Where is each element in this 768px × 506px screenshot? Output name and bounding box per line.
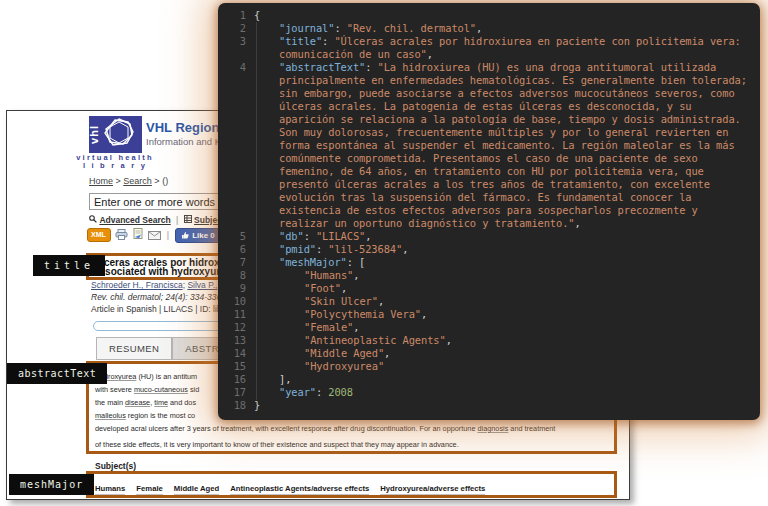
subject-link[interactable]: Female — [136, 484, 163, 495]
vhl-logo[interactable]: vhl — [89, 116, 142, 153]
subject-grid-icon — [184, 215, 192, 225]
code-line: 3"title": "Úlceras acrales por hidroxiur… — [224, 35, 752, 61]
code-line: 4"abstractText": "La hidroxiurea (HU) es… — [224, 61, 752, 230]
breadcrumb-home-link[interactable]: Home — [89, 176, 113, 186]
line-number: 3 — [224, 35, 246, 48]
code-content: "Polycythemia Vera", — [254, 308, 752, 321]
facebook-like-button[interactable]: Like 0 — [175, 228, 221, 243]
line-number: 14 — [224, 347, 246, 360]
subject-link[interactable]: Humans — [95, 484, 125, 495]
like-count: Like 0 — [192, 231, 215, 240]
code-line: 10"Skin Ulcer", — [224, 295, 752, 308]
line-number: 16 — [224, 373, 246, 386]
line-number: 1 — [224, 9, 246, 22]
code-content: "Antineoplastic Agents", — [254, 334, 752, 347]
breadcrumb-separator: > — [116, 176, 121, 186]
tab-resumen[interactable]: RESUMEN — [96, 337, 172, 360]
export-document-icon[interactable] — [132, 226, 144, 244]
article-source: Rev. chil. dermatol; 24(4): 334-336 — [91, 292, 221, 302]
abstract-line: of these side effects, it is very import… — [95, 439, 608, 452]
code-line: 13"Antineoplastic Agents", — [224, 334, 752, 347]
code-content: "meshMajor": [ — [254, 256, 752, 269]
line-number: 5 — [224, 230, 246, 243]
code-line: 6"pmid": "lil-523684", — [224, 243, 752, 256]
code-line: 7"meshMajor": [ — [224, 256, 752, 269]
line-number: 2 — [224, 22, 246, 35]
inline-link[interactable]: disease — [125, 398, 150, 407]
code-content: "pmid": "lil-523684", — [254, 243, 752, 256]
code-content: "year": 2008 — [254, 386, 752, 399]
code-line: 9"Foot", — [224, 282, 752, 295]
json-code-editor[interactable]: 1{2"journal": "Rev. chil. dermatol",3"ti… — [218, 3, 760, 420]
vhl-logo-caption: virtual health l i b r a r y — [67, 154, 163, 170]
line-number: 9 — [224, 282, 246, 295]
article-meta: Article in Spanish | LILACS | ID: lil- — [91, 304, 222, 314]
line-number: 15 — [224, 360, 246, 373]
code-line: 1{ — [224, 9, 752, 22]
code-content: "journal": "Rev. chil. dermatol", — [254, 22, 752, 35]
line-number: 10 — [224, 295, 246, 308]
hexagon-scribble-icon — [101, 116, 137, 153]
code-content: "Humans", — [254, 269, 752, 282]
code-content: } — [254, 399, 752, 412]
code-content: "Female", — [254, 321, 752, 334]
subjects-heading: Subject(s) — [95, 461, 136, 471]
line-number: 13 — [224, 334, 246, 347]
line-number: 18 — [224, 399, 246, 412]
line-number: 4 — [224, 61, 246, 74]
code-content: "Foot", — [254, 282, 752, 295]
thumbs-up-icon — [181, 231, 189, 239]
code-content: "abstractText": "La hidroxiurea (HU) es … — [254, 61, 752, 230]
line-number: 17 — [224, 386, 246, 399]
code-line: 8"Humans", — [224, 269, 752, 282]
share-divider: | — [167, 230, 169, 240]
page-subtitle: Information and K — [146, 136, 221, 147]
code-content: "title": "Úlceras acrales por hidroxiure… — [254, 35, 752, 61]
code-content: "Middle Aged", — [254, 347, 752, 360]
vhl-logo-mark: vhl — [89, 124, 100, 145]
subject-link[interactable]: Middle Aged — [174, 484, 219, 495]
code-line: 12"Female", — [224, 321, 752, 334]
print-icon[interactable] — [115, 226, 128, 244]
code-line: 2"journal": "Rev. chil. dermatol", — [224, 22, 752, 35]
title-callout-label: title — [33, 255, 105, 276]
code-line: 5"db": "LILACS", — [224, 230, 752, 243]
email-envelope-icon[interactable] — [148, 226, 161, 244]
code-content: "Skin Ulcer", — [254, 295, 752, 308]
meshmajor-callout-label: meshMajor — [9, 474, 94, 495]
tools-divider: | — [176, 215, 178, 225]
inline-link[interactable]: Schroeder H., Francisca — [91, 280, 183, 290]
code-content: "Hydroxyurea" — [254, 360, 752, 373]
code-content: "db": "LILACS", — [254, 230, 752, 243]
code-line: 15"Hydroxyurea" — [224, 360, 752, 373]
xml-feed-button[interactable]: XML — [87, 228, 111, 242]
code-line: 11"Polycythemia Vera", — [224, 308, 752, 321]
breadcrumb-search-link[interactable]: Search — [123, 176, 152, 186]
screenshot-stage: vhl virtual health l i b r a r y VHL Reg… — [0, 0, 768, 506]
code-content: { — [254, 9, 752, 22]
subject-link[interactable]: Antineoplastic Agents/adverse effects — [230, 484, 369, 495]
line-number: 11 — [224, 308, 246, 321]
line-number: 6 — [224, 243, 246, 256]
subject-link[interactable]: Hydroxyurea/adverse effects — [380, 484, 485, 495]
code-line: 16], — [224, 373, 752, 386]
share-toolbar: XML | Like 0 — [87, 228, 236, 242]
inline-link[interactable]: Silva P., — [187, 280, 217, 290]
code-line: 17"year": 2008 — [224, 386, 752, 399]
breadcrumb-separator: > — [154, 176, 159, 186]
indent-guide-line — [256, 22, 257, 400]
advanced-search-link[interactable]: Advanced Search — [99, 215, 170, 225]
code-content: ], — [254, 373, 752, 386]
inline-link[interactable]: diagnosis — [478, 424, 509, 433]
inline-link[interactable]: time — [154, 398, 168, 407]
line-number: 7 — [224, 256, 246, 269]
mesh-annotation-box: HumansFemaleMiddle AgedAntineoplastic Ag… — [86, 471, 617, 498]
inline-link[interactable]: muco-cutaneous — [134, 385, 188, 394]
inline-link[interactable]: malleolus — [95, 411, 126, 420]
line-number: 12 — [224, 321, 246, 334]
breadcrumb: Home > Search > () — [89, 176, 168, 186]
line-number: 8 — [224, 269, 246, 282]
code-line: 14"Middle Aged", — [224, 347, 752, 360]
article-authors: Schroeder H., Francisca; Silva P., — [91, 280, 217, 290]
magnifier-icon — [89, 215, 97, 225]
